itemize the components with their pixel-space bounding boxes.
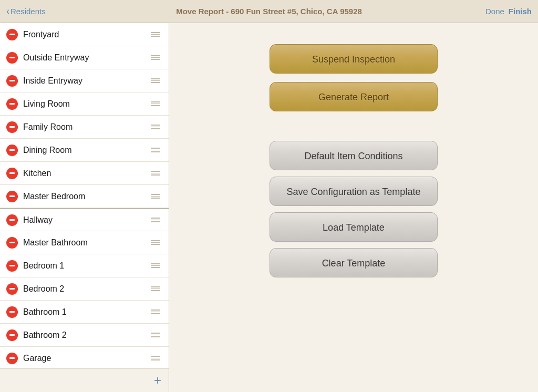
remove-icon[interactable]: [6, 98, 18, 110]
remove-icon[interactable]: [6, 145, 18, 156]
default-item-conditions-button[interactable]: Default Item Conditions: [270, 141, 438, 170]
sidebar-item-label: Living Room: [23, 99, 149, 109]
sidebar-item[interactable]: Bedroom 2: [0, 277, 169, 301]
drag-handle-icon[interactable]: [149, 146, 162, 154]
sidebar-item-label: Bedroom 1: [23, 261, 149, 271]
load-template-button[interactable]: Load Template: [270, 212, 438, 242]
remove-icon[interactable]: [6, 260, 18, 272]
sidebar-item-label: Kitchen: [23, 169, 149, 178]
remove-icon[interactable]: [6, 237, 18, 249]
sidebar-item[interactable]: Hallway: [0, 208, 169, 231]
sidebar-item[interactable]: Frontyard: [0, 23, 169, 46]
sidebar-item-label: Frontyard: [23, 30, 149, 39]
remove-icon[interactable]: [6, 121, 18, 133]
sidebar-item-label: Bathroom 2: [23, 331, 149, 340]
remove-icon[interactable]: [6, 214, 18, 226]
content-area: Suspend Inspection Generate Report Defau…: [169, 23, 538, 392]
main-layout: FrontyardOutside EntrywayInside Entryway…: [0, 23, 538, 392]
clear-template-button[interactable]: Clear Template: [270, 248, 438, 277]
secondary-actions: Default Item Conditions Save Configurati…: [270, 141, 438, 284]
drag-handle-icon[interactable]: [149, 331, 162, 339]
drag-handle-icon[interactable]: [149, 261, 162, 270]
add-room-button[interactable]: +: [154, 374, 161, 387]
back-label: Residents: [11, 7, 46, 16]
sidebar-item-label: Family Room: [23, 122, 149, 132]
finish-button[interactable]: Finish: [509, 7, 532, 16]
sidebar-item-label: Outside Entryway: [23, 53, 149, 63]
drag-handle-icon[interactable]: [149, 354, 162, 363]
remove-icon[interactable]: [6, 306, 18, 318]
drag-handle-icon[interactable]: [149, 53, 162, 62]
remove-icon[interactable]: [6, 353, 18, 364]
sidebar-item-label: Master Bathroom: [23, 238, 149, 247]
back-button[interactable]: ‹ Residents: [6, 6, 46, 17]
sidebar: FrontyardOutside EntrywayInside Entryway…: [0, 23, 169, 392]
suspend-inspection-button[interactable]: Suspend Inspection: [270, 44, 438, 74]
sidebar-item[interactable]: Living Room: [0, 92, 169, 116]
sidebar-item-label: Inside Entryway: [23, 76, 149, 86]
drag-handle-icon[interactable]: [149, 169, 162, 178]
header-actions: Done Finish: [485, 7, 532, 16]
primary-actions: Suspend Inspection Generate Report: [270, 44, 438, 120]
done-button[interactable]: Done: [485, 7, 504, 16]
drag-handle-icon[interactable]: [149, 99, 162, 108]
generate-report-button[interactable]: Generate Report: [270, 82, 438, 111]
header-title: Move Report - 690 Fun Street #5, Chico, …: [176, 7, 362, 16]
sidebar-item[interactable]: Garage: [0, 347, 169, 370]
drag-handle-icon[interactable]: [149, 122, 162, 131]
sidebar-item[interactable]: Master Bedroom: [0, 185, 169, 208]
sidebar-item-label: Dining Room: [23, 146, 149, 155]
sidebar-item[interactable]: Bathroom 1: [0, 301, 169, 324]
drag-handle-icon[interactable]: [149, 215, 162, 224]
remove-icon[interactable]: [6, 52, 18, 64]
drag-handle-icon[interactable]: [149, 284, 162, 293]
sidebar-item[interactable]: Master Bathroom: [0, 231, 169, 254]
sidebar-item-label: Master Bedroom: [23, 192, 149, 201]
save-configuration-button[interactable]: Save Configuration as Template: [270, 177, 438, 206]
remove-icon[interactable]: [6, 29, 18, 40]
remove-icon[interactable]: [6, 75, 18, 87]
remove-icon[interactable]: [6, 191, 18, 202]
sidebar-item[interactable]: Bathroom 2: [0, 324, 169, 347]
remove-icon[interactable]: [6, 168, 18, 179]
back-arrow-icon: ‹: [6, 6, 9, 17]
drag-handle-icon[interactable]: [149, 238, 162, 247]
sidebar-item[interactable]: Bedroom 1: [0, 254, 169, 277]
sidebar-footer: +: [0, 368, 169, 392]
sidebar-item-label: Garage: [23, 354, 149, 363]
sidebar-item[interactable]: Outside Entryway: [0, 46, 169, 69]
sidebar-item-label: Bathroom 1: [23, 307, 149, 317]
sidebar-item[interactable]: Family Room: [0, 116, 169, 139]
sidebar-item[interactable]: Dining Room: [0, 139, 169, 162]
app-header: ‹ Residents Move Report - 690 Fun Street…: [0, 0, 538, 23]
drag-handle-icon[interactable]: [149, 307, 162, 316]
remove-icon[interactable]: [6, 283, 18, 295]
remove-icon[interactable]: [6, 329, 18, 341]
drag-handle-icon[interactable]: [149, 76, 162, 85]
drag-handle-icon[interactable]: [149, 30, 162, 39]
sidebar-item[interactable]: Inside Entryway: [0, 69, 169, 92]
sidebar-item[interactable]: Kitchen: [0, 162, 169, 185]
sidebar-item-label: Hallway: [23, 215, 149, 225]
sidebar-item-label: Bedroom 2: [23, 284, 149, 294]
drag-handle-icon[interactable]: [149, 192, 162, 201]
